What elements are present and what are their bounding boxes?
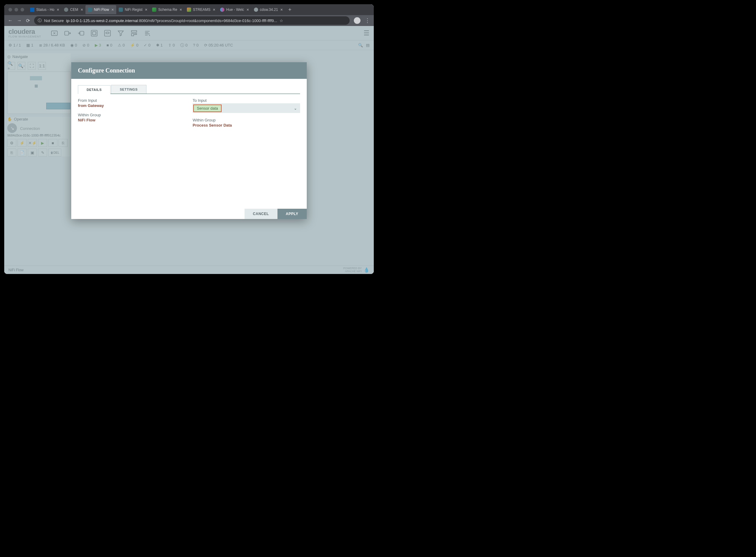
close-icon[interactable]: ×	[246, 7, 249, 12]
url-bar[interactable]: ⓘ Not Secure ip-10-0-1-125.us-west-2.com…	[34, 16, 350, 25]
close-icon[interactable]: ×	[280, 7, 283, 12]
dialog-title: Configure Connection	[71, 62, 307, 79]
from-input-value: from Gateway	[78, 103, 185, 108]
new-tab-button[interactable]: +	[285, 7, 295, 13]
traffic-minimize[interactable]	[14, 8, 18, 11]
apply-button[interactable]: APPLY	[277, 209, 307, 219]
nifi-app: cloudera FLOW MANAGEMENT ☰ ⚙ 1 / 1 ▦ 1 ≣…	[4, 26, 374, 274]
browser-tab[interactable]: STREAMS×	[184, 5, 218, 14]
browser-tab[interactable]: Hue - Welc×	[218, 5, 251, 14]
traffic-zoom[interactable]	[21, 8, 24, 11]
browser-tab[interactable]: Schema Re×	[150, 5, 184, 14]
browser-tab[interactable]: NiFi Flow×	[86, 5, 116, 14]
url-text: ip-10-0-1-125.us-west-2.compute.internal…	[66, 19, 277, 23]
window-controls	[7, 8, 28, 11]
dialog-tabs: DETAILS SETTINGS	[78, 85, 300, 94]
close-icon[interactable]: ×	[57, 7, 59, 12]
to-input-label: To Input	[192, 98, 300, 103]
browser-tab[interactable]: NiFi Regist×	[116, 5, 150, 14]
to-input-selected: Sensor data	[193, 105, 221, 112]
from-group-label: Within Group	[78, 113, 185, 117]
close-icon[interactable]: ×	[180, 7, 182, 12]
close-icon[interactable]: ×	[213, 7, 215, 12]
close-icon[interactable]: ×	[81, 7, 83, 12]
profile-avatar[interactable]	[354, 17, 361, 24]
chevron-down-icon: ⌄	[294, 106, 297, 111]
modal-overlay: Configure Connection DETAILS SETTINGS Fr…	[4, 26, 374, 274]
forward-icon[interactable]: →	[17, 18, 22, 23]
close-icon[interactable]: ×	[112, 7, 114, 12]
traffic-close[interactable]	[8, 8, 12, 11]
reload-icon[interactable]: ⟳	[26, 18, 30, 24]
from-group-value: NiFi Flow	[78, 118, 185, 122]
cancel-button[interactable]: CANCEL	[245, 209, 277, 219]
security-label: Not Secure	[44, 19, 64, 23]
bookmark-icon[interactable]: ☆	[279, 19, 283, 23]
back-icon[interactable]: ←	[8, 18, 13, 23]
browser-tabbar: Status - Ho× CEM× NiFi Flow× NiFi Regist…	[4, 4, 374, 15]
browser-tab[interactable]: Status - Ho×	[28, 5, 62, 14]
info-icon: ⓘ	[38, 18, 42, 23]
tab-details[interactable]: DETAILS	[78, 85, 111, 94]
to-input-select[interactable]: Sensor data ⌄	[192, 103, 300, 113]
from-input-label: From Input	[78, 98, 185, 103]
configure-connection-dialog: Configure Connection DETAILS SETTINGS Fr…	[71, 62, 307, 219]
browser-window: Status - Ho× CEM× NiFi Flow× NiFi Regist…	[4, 4, 374, 274]
browser-tab[interactable]: CEM×	[62, 5, 86, 14]
browser-tab[interactable]: cdsw.34.21×	[251, 5, 285, 14]
close-icon[interactable]: ×	[145, 7, 147, 12]
to-group-label: Within Group	[192, 118, 300, 122]
menu-icon[interactable]: ⋮	[365, 17, 370, 24]
address-bar: ← → ⟳ ⓘ Not Secure ip-10-0-1-125.us-west…	[4, 15, 374, 26]
tab-settings[interactable]: SETTINGS	[111, 85, 146, 94]
to-group-value: Process Sensor Data	[192, 123, 300, 127]
